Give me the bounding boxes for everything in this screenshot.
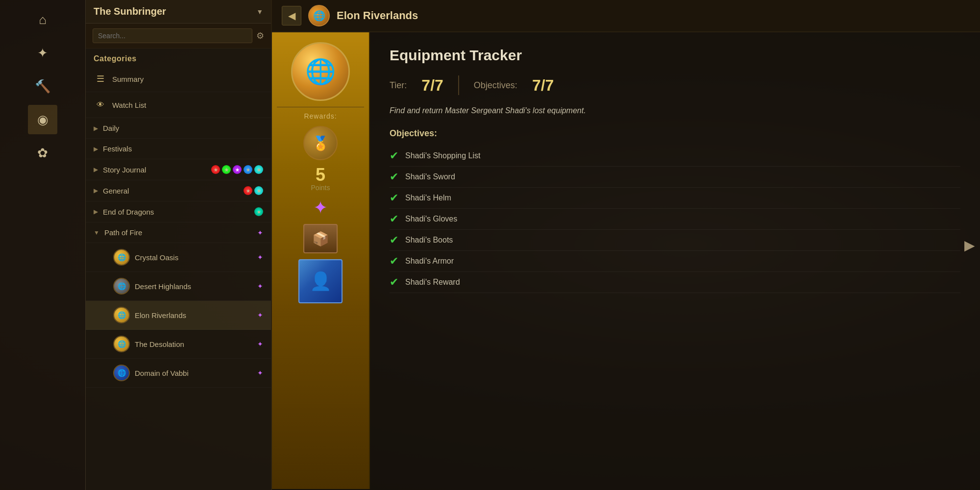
sidebar-item-elon-riverlands[interactable]: 🌐 Elon Riverlands ✦ <box>86 301 271 330</box>
objective-text-6: Shadi's Armor <box>405 257 454 266</box>
objective-shopping-list: ✔ Shadi's Shopping List <box>390 146 960 167</box>
content-body: 🌐 Rewards: 🏅 5 Points ✦ 📦 👤 Equipment Tr… <box>272 32 980 489</box>
pof-arrow-icon: ▼ <box>94 229 99 236</box>
tools-icon[interactable]: 🔨 <box>28 72 57 101</box>
sidebar-item-general[interactable]: ▶ General ★ ★ <box>86 180 271 201</box>
sidebar-item-path-of-fire[interactable]: ▼ Path of Fire ✦ <box>86 222 271 243</box>
tracker-title: Equipment Tracker <box>390 47 960 64</box>
reward-star-icon: ✦ <box>313 197 328 218</box>
the-desolation-star: ✦ <box>257 340 263 348</box>
objective-text-4: Shadi's Gloves <box>405 215 457 223</box>
badge-red: ★ <box>211 165 220 174</box>
check-icon-1: ✔ <box>390 149 398 162</box>
eye-icon: 👁 <box>94 98 107 112</box>
badge-cyan: ★ <box>254 165 263 174</box>
objectives-top-label: Objectives: <box>474 80 517 91</box>
sidebar-item-watchlist[interactable]: 👁 Watch List <box>86 92 271 118</box>
back-arrow-icon: ◀ <box>288 10 295 22</box>
the-desolation-label: The Desolation <box>135 340 184 348</box>
check-icon-2: ✔ <box>390 171 398 183</box>
home-icon[interactable]: ⌂ <box>28 5 57 34</box>
elon-riverlands-label: Elon Riverlands <box>135 311 186 319</box>
sidebar-item-crystal-oasis[interactable]: 🌐 Crystal Oasis ✦ <box>86 243 271 272</box>
nav-panel: The Sunbringer ▼ ⚙ Categories ☰ Summary … <box>86 0 272 490</box>
panel-header: The Sunbringer ▼ <box>86 0 271 24</box>
general-badge-cyan: ★ <box>254 186 263 195</box>
categories-label: Categories <box>86 49 271 66</box>
reward-panel: 🌐 Rewards: 🏅 5 Points ✦ 📦 👤 <box>272 32 370 489</box>
desert-highlands-label: Desert Highlands <box>135 282 191 291</box>
compass-icon[interactable]: ✦ <box>28 38 57 68</box>
tier-divider <box>458 75 459 95</box>
header-zone-icon: 🌐 <box>308 5 330 26</box>
the-desolation-icon: 🌐 <box>113 336 130 352</box>
objective-text-5: Shadi's Boots <box>405 236 453 245</box>
check-icon-5: ✔ <box>390 234 398 246</box>
elon-riverlands-badges: ✦ <box>257 311 263 319</box>
sidebar-item-summary[interactable]: ☰ Summary <box>86 66 271 92</box>
dropdown-arrow-icon[interactable]: ▼ <box>256 8 263 16</box>
rewards-label: Rewards: <box>277 107 364 120</box>
panel-title: The Sunbringer <box>94 6 166 17</box>
objective-reward: ✔ Shadi's Reward <box>390 272 960 293</box>
general-badges: ★ ★ <box>244 186 263 195</box>
general-arrow-icon: ▶ <box>94 187 98 194</box>
eod-label: End of Dragons <box>103 208 154 216</box>
search-input[interactable] <box>93 28 252 43</box>
story-journal-label: Story Journal <box>103 166 146 174</box>
desert-highlands-star: ✦ <box>257 282 263 290</box>
pof-label: Path of Fire <box>104 228 143 237</box>
lines-icon: ☰ <box>94 72 107 86</box>
sidebar-item-end-of-dragons[interactable]: ▶ End of Dragons ★ <box>86 201 271 222</box>
detail-panel: Equipment Tracker Tier: 7/7 Objectives: … <box>370 32 980 489</box>
objective-helm: ✔ Shadi's Helm <box>390 188 960 209</box>
next-page-button[interactable]: ▶ <box>964 237 975 253</box>
objective-text-2: Shadi's Sword <box>405 172 455 181</box>
objective-boots: ✔ Shadi's Boots <box>390 230 960 251</box>
tier-value: 7/7 <box>421 76 443 95</box>
badge-blue: ★ <box>244 165 252 174</box>
elon-riverlands-icon: 🌐 <box>113 307 130 323</box>
general-badge-red: ★ <box>244 186 252 195</box>
map-icon[interactable]: ◉ <box>28 105 57 134</box>
watchlist-label: Watch List <box>112 101 146 109</box>
badge-green: ★ <box>222 165 231 174</box>
pof-badges: ✦ <box>257 229 263 237</box>
reward-coin-icon: 🏅 <box>303 126 338 160</box>
objectives-heading: Objectives: <box>390 128 960 139</box>
search-bar: ⚙ <box>86 24 271 49</box>
sidebar-item-desert-highlands[interactable]: 🌐 Desert Highlands ✦ <box>86 272 271 301</box>
the-desolation-badges: ✦ <box>257 340 263 348</box>
objective-text-3: Shadi's Helm <box>405 194 451 202</box>
description-text: Find and return Master Sergeant Shadi's … <box>390 105 960 117</box>
globe-icon[interactable]: ✿ <box>28 138 57 168</box>
sidebar-item-domain-of-vabbi[interactable]: 🌐 Domain of Vabbi ✦ <box>86 359 271 388</box>
story-journal-badges: ★ ★ ★ ★ ★ <box>211 165 263 174</box>
badge-purple: ★ <box>233 165 242 174</box>
sidebar-item-daily[interactable]: ▶ Daily <box>86 118 271 139</box>
crystal-oasis-label: Crystal Oasis <box>135 253 178 262</box>
points-number: 5 <box>316 166 325 184</box>
sidebar-item-festivals[interactable]: ▶ Festivals <box>86 139 271 159</box>
nav-list: ☰ Summary 👁 Watch List ▶ Daily ▶ Festiva… <box>86 66 271 490</box>
desert-highlands-badges: ✦ <box>257 282 263 290</box>
check-icon-7: ✔ <box>390 276 398 289</box>
content-title: Elon Riverlands <box>337 9 418 22</box>
festivals-arrow-icon: ▶ <box>94 146 98 152</box>
check-icon-4: ✔ <box>390 213 398 225</box>
general-label: General <box>103 187 129 195</box>
points-label: Points <box>311 184 330 192</box>
reward-points: 5 Points <box>311 166 330 192</box>
sidebar-item-story-journal[interactable]: ▶ Story Journal ★ ★ ★ ★ ★ <box>86 159 271 180</box>
check-icon-3: ✔ <box>390 192 398 204</box>
objective-armor: ✔ Shadi's Armor <box>390 251 960 272</box>
gear-icon[interactable]: ⚙ <box>256 30 264 41</box>
reward-main-icon: 🌐 <box>291 42 350 101</box>
desert-highlands-icon: 🌐 <box>113 278 130 294</box>
back-button[interactable]: ◀ <box>282 6 301 25</box>
objective-sword: ✔ Shadi's Sword <box>390 167 960 188</box>
elon-riverlands-star: ✦ <box>257 311 263 319</box>
sidebar-item-the-desolation[interactable]: 🌐 The Desolation ✦ <box>86 330 271 359</box>
content-header: ◀ 🌐 Elon Riverlands <box>272 0 980 32</box>
daily-label: Daily <box>103 124 119 132</box>
